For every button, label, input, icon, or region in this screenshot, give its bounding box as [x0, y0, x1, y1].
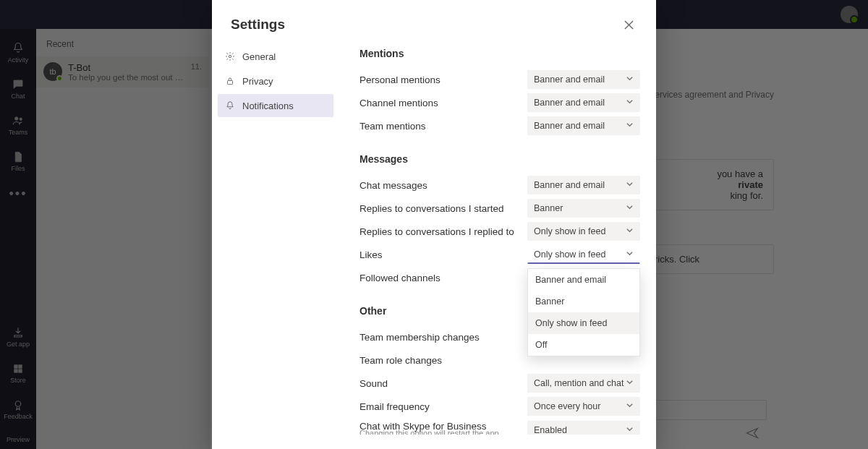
label-sound: Sound	[359, 378, 527, 389]
nav-general-label: General	[242, 51, 276, 62]
label-team-mentions: Team mentions	[359, 121, 527, 132]
dd-replies-replied[interactable]: Only show in feed	[527, 222, 640, 241]
settings-sidenav: General Privacy Notifications	[218, 43, 333, 435]
nav-privacy-label: Privacy	[242, 76, 273, 87]
label-replies-replied: Replies to conversations I replied to	[359, 226, 527, 237]
dd-email-frequency[interactable]: Once every hour	[527, 397, 640, 416]
dd-replies-started[interactable]: Banner	[527, 199, 640, 218]
chevron-down-icon	[626, 249, 634, 260]
label-channel-mentions: Channel mentions	[359, 98, 527, 108]
dd-personal-mentions[interactable]: Banner and email	[527, 70, 640, 89]
label-email-frequency: Email frequency	[359, 401, 527, 412]
chevron-down-icon	[626, 121, 634, 131]
dd-likes[interactable]: Only show in feed	[527, 245, 640, 264]
nav-privacy[interactable]: Privacy	[218, 69, 333, 93]
nav-notifications-label: Notifications	[242, 101, 294, 111]
dd-skype[interactable]: Enabled	[527, 421, 640, 435]
lock-icon	[225, 76, 235, 86]
label-personal-mentions: Personal mentions	[359, 74, 527, 85]
dd-team-mentions[interactable]: Banner and email	[527, 116, 640, 135]
label-team-role: Team role changes	[359, 355, 527, 366]
svg-point-8	[229, 55, 231, 58]
dd-option-only-feed[interactable]: Only show in feed	[528, 312, 639, 334]
chevron-down-icon	[626, 180, 634, 190]
dd-channel-mentions[interactable]: Banner and email	[527, 93, 640, 112]
label-followed-channels: Followed channels	[359, 273, 527, 283]
bell-icon	[225, 101, 235, 111]
label-team-membership: Team membership changes	[359, 332, 527, 343]
dd-option-banner-email[interactable]: Banner and email	[528, 269, 639, 291]
nav-general[interactable]: General	[218, 45, 333, 68]
notifications-panel: Mentions Personal mentions Banner and em…	[333, 43, 647, 435]
nav-notifications[interactable]: Notifications	[218, 94, 333, 117]
close-icon	[624, 20, 634, 30]
chevron-down-icon	[626, 226, 634, 236]
label-likes: Likes	[359, 249, 527, 260]
section-messages: Messages	[359, 153, 640, 165]
dd-sound[interactable]: Call, mention and chat	[527, 374, 640, 393]
chevron-down-icon	[626, 98, 634, 108]
close-button[interactable]	[620, 16, 637, 33]
settings-dialog: Settings General Privacy Notifications M…	[212, 0, 656, 449]
gear-icon	[225, 51, 235, 61]
label-chat-messages: Chat messages	[359, 180, 527, 191]
dd-option-off[interactable]: Off	[528, 334, 639, 356]
dd-likes-menu: Banner and email Banner Only show in fee…	[527, 268, 640, 356]
chevron-down-icon	[626, 401, 634, 411]
chevron-down-icon	[626, 378, 634, 388]
svg-rect-9	[228, 80, 233, 84]
dd-option-banner[interactable]: Banner	[528, 291, 639, 312]
section-mentions: Mentions	[359, 48, 640, 59]
chevron-down-icon	[626, 425, 634, 435]
settings-title: Settings	[231, 17, 285, 33]
dd-chat-messages[interactable]: Banner and email	[527, 176, 640, 194]
label-skype-sub: Changing this option will restart the ap…	[359, 429, 527, 435]
chevron-down-icon	[626, 203, 634, 213]
chevron-down-icon	[626, 74, 634, 85]
label-replies-started: Replies to conversations I started	[359, 203, 527, 214]
